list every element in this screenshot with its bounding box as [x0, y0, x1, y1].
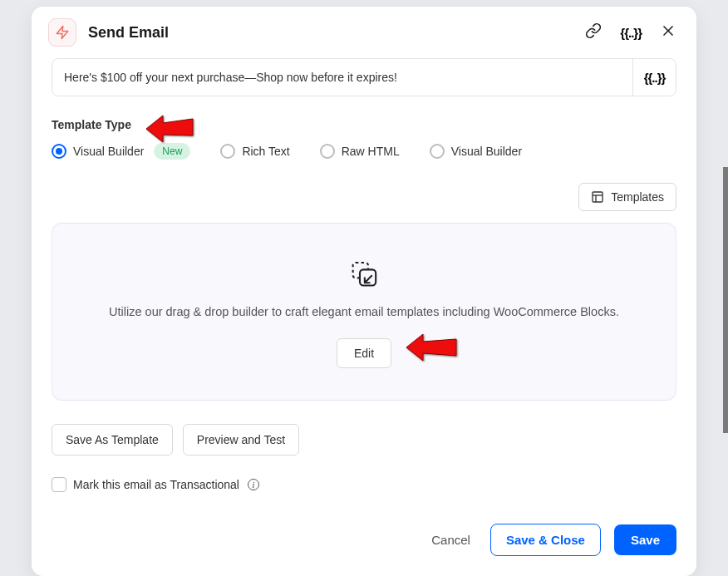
- radio-icon: [220, 144, 235, 159]
- svg-marker-9: [406, 334, 456, 361]
- svg-marker-8: [146, 116, 193, 142]
- header-icons: {{..}}: [585, 22, 676, 42]
- annotation-arrow-2: [405, 332, 460, 363]
- radio-visual-builder[interactable]: Visual Builder New: [52, 143, 190, 160]
- radio-icon: [430, 144, 445, 159]
- templates-button-label: Templates: [611, 190, 664, 204]
- scrollbar-thumb[interactable]: [723, 167, 728, 433]
- builder-panel: Utilize our drag & drop builder to craft…: [52, 223, 676, 401]
- radio-raw-html[interactable]: Raw HTML: [320, 144, 400, 159]
- save-as-template-button[interactable]: Save As Template: [52, 424, 173, 455]
- modal-body: {{..}} Template Type Visual Builder New …: [32, 58, 696, 509]
- edit-button[interactable]: Edit: [337, 338, 391, 368]
- templates-button-row: Templates: [52, 183, 676, 211]
- transactional-checkbox[interactable]: [52, 477, 66, 492]
- radio-label: Raw HTML: [342, 145, 400, 158]
- builder-description: Utilize our drag & drop builder to craft…: [72, 305, 656, 318]
- radio-icon: [52, 144, 66, 159]
- radio-rich-text[interactable]: Rich Text: [220, 144, 289, 159]
- info-icon[interactable]: i: [248, 479, 259, 490]
- save-close-button[interactable]: Save & Close: [490, 524, 601, 556]
- close-icon[interactable]: [660, 22, 676, 42]
- modal-footer: Cancel Save & Close Save: [32, 509, 696, 576]
- svg-marker-0: [57, 27, 68, 39]
- builder-icon: [72, 258, 656, 292]
- new-badge: New: [154, 143, 190, 160]
- radio-label: Rich Text: [242, 145, 289, 158]
- save-button[interactable]: Save: [614, 524, 676, 555]
- modal-header: Send Email {{..}}: [32, 7, 696, 58]
- radio-visual-builder-2[interactable]: Visual Builder: [430, 144, 522, 159]
- radio-icon: [320, 144, 335, 159]
- annotation-arrow-1: [145, 112, 196, 144]
- template-action-row: Save As Template Preview and Test: [52, 424, 676, 455]
- modal-title: Send Email: [88, 24, 585, 42]
- cancel-button[interactable]: Cancel: [425, 524, 477, 555]
- smartcodes-icon[interactable]: {{..}}: [620, 26, 642, 40]
- radio-label: Visual Builder: [451, 145, 522, 158]
- templates-button[interactable]: Templates: [578, 183, 676, 211]
- link-icon[interactable]: [585, 22, 602, 42]
- preview-test-button[interactable]: Preview and Test: [183, 424, 299, 455]
- subject-input[interactable]: [52, 59, 632, 96]
- subject-field: {{..}}: [52, 58, 676, 96]
- radio-label: Visual Builder: [73, 145, 144, 158]
- subject-smartcodes-button[interactable]: {{..}}: [632, 59, 676, 96]
- svg-rect-3: [593, 192, 603, 202]
- transactional-checkbox-row: Mark this email as Transactional i: [52, 477, 676, 492]
- transactional-label: Mark this email as Transactional: [73, 478, 239, 491]
- send-email-modal: Send Email {{..}} {{..}} Template Type V…: [32, 7, 696, 576]
- template-type-options: Visual Builder New Rich Text Raw HTML Vi…: [52, 143, 676, 160]
- bolt-icon: [48, 18, 76, 47]
